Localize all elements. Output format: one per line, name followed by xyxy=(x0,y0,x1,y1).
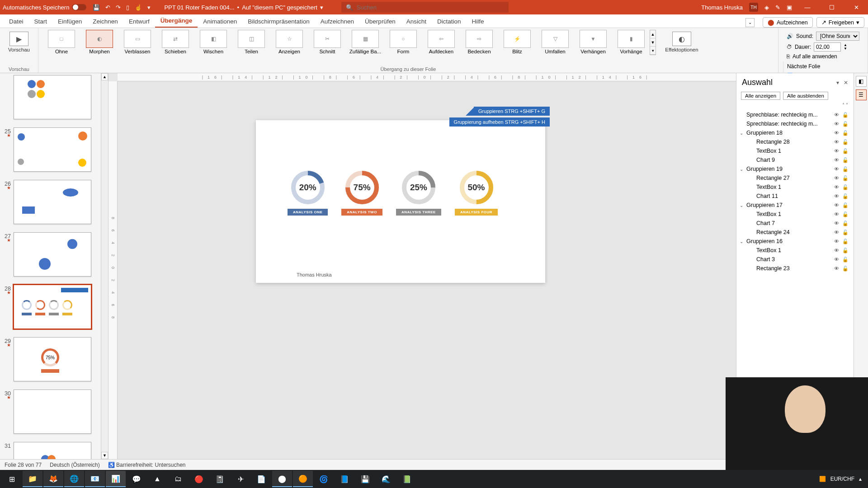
tb-app7[interactable]: 📘 xyxy=(335,471,354,487)
selection-item[interactable]: Sprechblase: rechteckig m...👁🔓 xyxy=(736,110,854,119)
present-icon[interactable]: ▯ xyxy=(126,4,129,11)
tb-vlc[interactable]: ▲ xyxy=(147,471,167,487)
tab-aufzeichnen[interactable]: Aufzeichnen xyxy=(315,15,359,28)
visibility-icon[interactable]: 👁 xyxy=(833,121,840,127)
selection-item[interactable]: Rectangle 28👁🔓 xyxy=(736,137,854,146)
selection-item[interactable]: Rectangle 23👁🔓 xyxy=(736,264,854,273)
tb-edge[interactable]: 🌊 xyxy=(376,471,396,487)
pen-icon[interactable]: ✎ xyxy=(775,4,780,11)
tab-start[interactable]: Start xyxy=(29,15,53,28)
chevron-down-icon[interactable]: ▾ xyxy=(320,4,323,11)
visibility-icon[interactable]: 👁 xyxy=(833,211,840,217)
gallery-scroll[interactable]: ▲▼▾ xyxy=(650,30,656,55)
qat-more-icon[interactable]: ▾ xyxy=(147,4,151,11)
transition-wischen[interactable]: ◧Wischen xyxy=(195,30,232,54)
visibility-icon[interactable]: 👁 xyxy=(833,193,840,199)
tb-excel[interactable]: 📗 xyxy=(397,471,417,487)
lock-icon[interactable]: 🔓 xyxy=(842,157,849,163)
donut-chart-analysis-one[interactable]: 20%ANALYSIS ONE xyxy=(288,170,328,216)
visibility-icon[interactable]: 👁 xyxy=(833,175,840,181)
lock-icon[interactable]: 🔓 xyxy=(842,121,849,127)
tb-tray-icon[interactable]: ▴ xyxy=(859,476,862,482)
visibility-icon[interactable]: 👁 xyxy=(833,184,840,190)
donut-chart-analysis-two[interactable]: 75%ANALYSIS TWO xyxy=(341,170,382,216)
selection-item[interactable]: ⌄Gruppieren 19👁🔓 xyxy=(736,164,854,174)
move-down-icon[interactable]: ˅ xyxy=(846,103,848,108)
expand-icon[interactable]: ⌄ xyxy=(738,239,745,244)
selection-item[interactable]: TextBox 1👁🔓 xyxy=(736,146,854,155)
maximize-button[interactable]: ☐ xyxy=(823,4,841,11)
expand-icon[interactable]: ⌄ xyxy=(738,203,745,208)
transition-gallery[interactable]: □Ohne◐Morphen▭Verblassen⇄Schieben◧Wische… xyxy=(43,30,650,54)
tab-ueberpruefen[interactable]: Überprüfen xyxy=(359,15,401,28)
selection-item[interactable]: Chart 9👁🔓 xyxy=(736,155,854,164)
visibility-icon[interactable]: 👁 xyxy=(833,239,840,244)
thumbnail-slide-31[interactable]: 31 xyxy=(0,440,101,459)
record-button[interactable]: ⬤Aufzeichnen xyxy=(763,17,813,28)
transition-form[interactable]: ○Form xyxy=(385,30,422,54)
transition-anzeigen[interactable]: ☆Anzeigen xyxy=(271,30,308,54)
minimize-button[interactable]: — xyxy=(798,4,816,11)
search-box[interactable]: 🔍 xyxy=(341,2,509,13)
window-icon[interactable]: ▣ xyxy=(787,4,792,11)
tab-ansicht[interactable]: Ansicht xyxy=(401,15,432,28)
tab-datei[interactable]: Datei xyxy=(4,15,29,28)
transition-bedecken[interactable]: ⇨Bedecken xyxy=(461,30,498,54)
coming-soon-icon[interactable]: ◈ xyxy=(764,4,769,11)
selection-item[interactable]: ⌄Gruppieren 16👁🔓 xyxy=(736,237,854,246)
selection-item[interactable]: TextBox 1👁🔓 xyxy=(736,183,854,192)
pane-dropdown-icon[interactable]: ▾ xyxy=(836,80,839,86)
transition-vorhänge[interactable]: ▮Vorhänge xyxy=(613,30,650,54)
transition-schieben[interactable]: ⇄Schieben xyxy=(157,30,194,54)
tb-weather-icon[interactable]: 🟧 xyxy=(819,476,826,482)
visibility-icon[interactable]: 👁 xyxy=(833,130,840,136)
tab-dictation[interactable]: Dictation xyxy=(432,15,467,28)
callout-ungroup[interactable]: Gruppierung aufheben STRG +SHIFT+ H xyxy=(449,117,550,127)
expand-icon[interactable]: ⌄ xyxy=(738,131,745,136)
lock-icon[interactable]: 🔓 xyxy=(842,257,849,263)
lock-icon[interactable]: 🔓 xyxy=(842,193,849,199)
visibility-icon[interactable]: 👁 xyxy=(833,266,840,271)
toggle-switch[interactable] xyxy=(72,4,86,10)
user-avatar[interactable]: TH xyxy=(749,3,758,12)
search-input[interactable] xyxy=(357,4,504,11)
expand-icon[interactable]: ⌄ xyxy=(738,167,745,172)
transition-umfallen[interactable]: ▽Umfallen xyxy=(537,30,574,54)
tb-outlook[interactable]: 📧 xyxy=(85,471,105,487)
touch-icon[interactable]: ☝ xyxy=(135,4,142,11)
selection-item[interactable]: Chart 3👁🔓 xyxy=(736,255,854,264)
tab-uebergaenge[interactable]: Übergänge xyxy=(155,14,198,28)
selection-item[interactable]: Rectangle 27👁🔓 xyxy=(736,174,854,183)
tb-explorer[interactable]: 📁 xyxy=(23,471,42,487)
thumbnail-slide-27[interactable]: 27★ xyxy=(0,230,101,283)
lock-icon[interactable]: 🔓 xyxy=(842,211,849,217)
tab-bildschirm[interactable]: Bildschirmpräsentation xyxy=(242,15,315,28)
slide-editor[interactable]: Gruppieren STRG +SHIFT+ G Gruppierung au… xyxy=(256,120,545,283)
donut-chart-analysis-three[interactable]: 25%ANALYSIS THREE xyxy=(396,170,441,216)
selection-item[interactable]: TextBox 1👁🔓 xyxy=(736,246,854,255)
tb-app2[interactable]: 🗂 xyxy=(168,471,188,487)
tb-app5[interactable]: 🟠 xyxy=(293,471,313,487)
selection-item[interactable]: ⌄Gruppieren 17👁🔓 xyxy=(736,201,854,210)
visibility-icon[interactable]: 👁 xyxy=(833,157,840,163)
visibility-icon[interactable]: 👁 xyxy=(833,257,840,262)
lock-icon[interactable]: 🔓 xyxy=(842,221,849,226)
lock-icon[interactable]: 🔓 xyxy=(842,230,849,235)
duration-input[interactable] xyxy=(814,42,841,52)
selection-item[interactable]: TextBox 1👁🔓 xyxy=(736,210,854,219)
collapse-ribbon-button[interactable]: ⌄ xyxy=(745,18,755,27)
undo-icon[interactable]: ↶ xyxy=(105,4,110,11)
lock-icon[interactable]: 🔓 xyxy=(842,148,849,154)
transition-ohne[interactable]: □Ohne xyxy=(43,30,80,54)
selection-item[interactable]: Chart 7👁🔓 xyxy=(736,219,854,228)
document-info[interactable]: PPT 01 Roter Faden 004... • Auf "diesem … xyxy=(164,4,323,11)
sidebar-designer-icon[interactable]: ◧ xyxy=(856,76,867,87)
effect-options-button[interactable]: ◐ Effektoptionen xyxy=(661,30,702,52)
transition-blitz[interactable]: ⚡Blitz xyxy=(499,30,536,54)
selection-item[interactable]: ⌄Gruppieren 18👁🔓 xyxy=(736,128,854,137)
close-button[interactable]: ✕ xyxy=(847,4,865,11)
sidebar-selection-icon[interactable]: ☰ xyxy=(856,89,867,100)
thumbnail-slide-26[interactable]: 26★ xyxy=(0,178,101,230)
tb-chrome[interactable]: 🌐 xyxy=(64,471,84,487)
tb-onenote[interactable]: 📓 xyxy=(210,471,230,487)
